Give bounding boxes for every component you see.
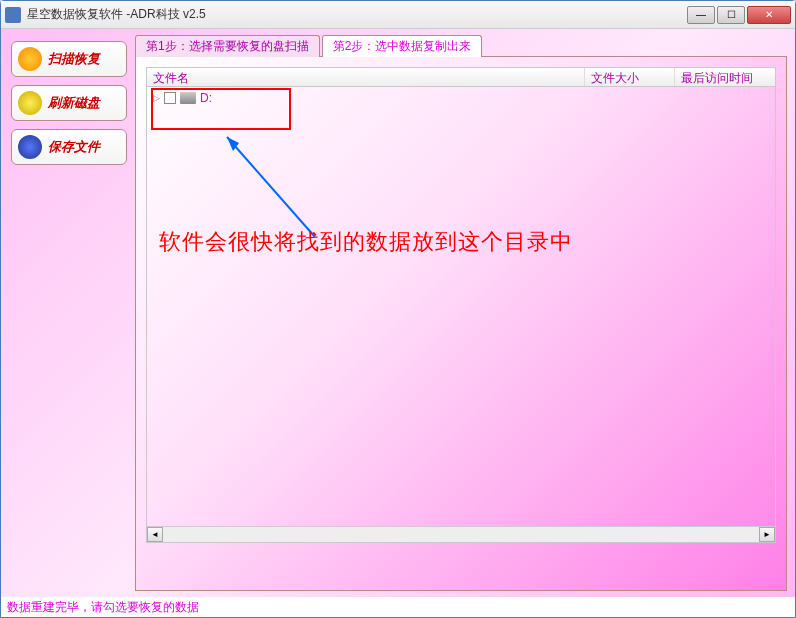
- scroll-track[interactable]: [163, 527, 759, 542]
- scan-label: 扫描恢复: [48, 50, 100, 68]
- window-controls: — ☐ ✕: [685, 6, 791, 24]
- annotation-text: 软件会很快将找到的数据放到这个目录中: [159, 227, 573, 257]
- tab-step2[interactable]: 第2步：选中数据复制出来: [322, 35, 483, 57]
- scan-recover-button[interactable]: 扫描恢复: [11, 41, 127, 77]
- app-icon: [5, 7, 21, 23]
- tree-expand-icon[interactable]: ▷: [153, 93, 160, 103]
- tab-step1[interactable]: 第1步：选择需要恢复的盘扫描: [135, 35, 320, 57]
- scroll-right-button[interactable]: ►: [759, 527, 775, 542]
- svg-line-0: [227, 137, 315, 237]
- row-checkbox[interactable]: [164, 92, 176, 104]
- column-filename[interactable]: 文件名: [147, 68, 585, 86]
- drive-icon: [180, 92, 196, 104]
- drive-label: D:: [200, 91, 212, 105]
- window-title: 星空数据恢复软件 -ADR科技 v2.5: [27, 6, 685, 23]
- titlebar: 星空数据恢复软件 -ADR科技 v2.5 — ☐ ✕: [1, 1, 795, 29]
- refresh-disk-button[interactable]: 刷新磁盘: [11, 85, 127, 121]
- annotation-arrow-icon: [215, 127, 335, 247]
- file-list: ▷ D: 软件会很快将找到的数据放到这个目录中 ◄ ►: [146, 87, 776, 543]
- tab-content: 文件名 文件大小 最后访问时间 ▷ D:: [135, 57, 787, 591]
- scroll-left-button[interactable]: ◄: [147, 527, 163, 542]
- save-file-button[interactable]: 保存文件: [11, 129, 127, 165]
- save-label: 保存文件: [48, 138, 100, 156]
- minimize-button[interactable]: —: [687, 6, 715, 24]
- svg-marker-1: [227, 137, 239, 151]
- app-window: 星空数据恢复软件 -ADR科技 v2.5 — ☐ ✕ 扫描恢复 刷新磁盘 保存文…: [0, 0, 796, 618]
- tabs: 第1步：选择需要恢复的盘扫描 第2步：选中数据复制出来: [135, 35, 787, 57]
- save-icon: [18, 135, 42, 159]
- app-body: 扫描恢复 刷新磁盘 保存文件 第1步：选择需要恢复的盘扫描 第2步：选中数据复制…: [1, 29, 795, 597]
- magnify-icon: [18, 47, 42, 71]
- column-lastaccess[interactable]: 最后访问时间: [675, 68, 775, 86]
- column-filesize[interactable]: 文件大小: [585, 68, 675, 86]
- main-panel: 第1步：选择需要恢复的盘扫描 第2步：选中数据复制出来 文件名 文件大小 最后访…: [135, 35, 787, 595]
- refresh-label: 刷新磁盘: [48, 94, 100, 112]
- horizontal-scrollbar[interactable]: ◄ ►: [147, 526, 775, 542]
- refresh-icon: [18, 91, 42, 115]
- status-bar: 数据重建完毕，请勾选要恢复的数据: [1, 597, 795, 617]
- sidebar: 扫描恢复 刷新磁盘 保存文件: [9, 35, 135, 595]
- maximize-button[interactable]: ☐: [717, 6, 745, 24]
- list-header: 文件名 文件大小 最后访问时间: [146, 67, 776, 87]
- close-button[interactable]: ✕: [747, 6, 791, 24]
- tree-row-drive[interactable]: ▷ D:: [147, 87, 775, 109]
